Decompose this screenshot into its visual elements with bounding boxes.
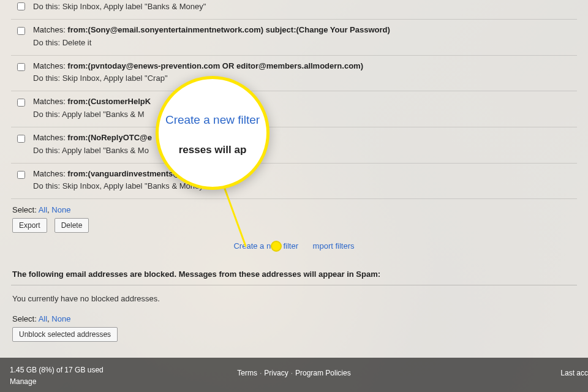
filter-action-text: Do this: Apply label "Banks & M <box>33 109 151 121</box>
filter-checkbox[interactable] <box>17 99 25 107</box>
filter-matches-label: Matches: <box>33 133 67 142</box>
magnifier-subtext: resses will ap <box>179 144 247 156</box>
filter-action-links: Create a new filter mport filters <box>0 241 588 251</box>
select-row: Select: All, None <box>12 205 576 214</box>
select-none-link[interactable]: None <box>51 314 70 323</box>
filter-checkbox[interactable] <box>17 63 25 71</box>
filter-criteria: from:(Sony@email.sonyentertainmentnetwor… <box>67 25 390 34</box>
filter-checkbox[interactable] <box>17 2 25 10</box>
filter-checkbox[interactable] <box>17 135 25 143</box>
last-activity: Last acc <box>560 369 588 377</box>
blocked-button-row: Unblock selected addresses <box>12 327 576 342</box>
select-all-link[interactable]: All <box>39 205 47 214</box>
filter-matches-label: Matches: <box>33 97 67 106</box>
magnifier-callout: Create a new filter resses will ap <box>156 76 270 190</box>
filter-checkbox[interactable] <box>17 27 25 35</box>
filter-row: Matches: from:(pvntoday@enews-prevention… <box>11 56 577 92</box>
filter-action-text: Do this: Skip Inbox, Apply label "Banks … <box>33 1 206 13</box>
filter-row: Matches: from:(vanguardinvestments@vangu… <box>11 164 577 200</box>
select-all-link[interactable]: All <box>39 314 47 323</box>
magnifier-create-filter: Create a new filter <box>165 113 260 127</box>
import-filters-link[interactable]: mport filters <box>313 241 355 251</box>
export-button[interactable]: Export <box>12 218 47 233</box>
filter-row: Matches: from:(CustomerHelpK Do this: Ap… <box>11 91 577 127</box>
policies-link[interactable]: Program Policies <box>295 369 351 377</box>
callout-dot <box>271 241 282 252</box>
select-label: Select: <box>12 314 37 323</box>
filter-criteria: from:(CustomerHelpK <box>67 97 151 106</box>
filter-row: Matches: from:(NoReplyOTC@e Do this: App… <box>11 127 577 164</box>
delete-button[interactable]: Delete <box>55 218 89 233</box>
filter-matches-label: Matches: <box>33 25 67 34</box>
filter-action-text: Do this: Delete it <box>33 37 390 49</box>
terms-link[interactable]: Terms <box>237 369 257 377</box>
settings-filters-panel: Do this: Skip Inbox, Apply label "Banks … <box>0 0 588 358</box>
filter-button-row: Export Delete <box>12 218 576 233</box>
filter-matches-label: Matches: <box>33 61 67 70</box>
footer-dot: · <box>257 369 264 377</box>
blocked-select-row: Select: All, None <box>12 314 576 323</box>
filter-matches-label: Matches: <box>33 169 67 178</box>
unblock-button[interactable]: Unblock selected addresses <box>12 327 118 342</box>
filter-criteria: from:(NoReplyOTC@e <box>67 133 152 142</box>
select-none-link[interactable]: None <box>51 205 70 214</box>
privacy-link[interactable]: Privacy <box>264 369 288 377</box>
filter-checkbox[interactable] <box>17 171 25 179</box>
footer: 1.45 GB (8%) of 17 GB used Manage Terms·… <box>0 358 588 392</box>
select-label: Select: <box>12 205 37 214</box>
no-blocked-text: You currently have no blocked addresses. <box>11 285 577 308</box>
filter-row: Matches: from:(Sony@email.sonyentertainm… <box>11 20 577 56</box>
filter-row: Do this: Skip Inbox, Apply label "Banks … <box>11 0 577 20</box>
blocked-heading: The following email addresses are blocke… <box>11 265 577 285</box>
filter-criteria: from:(pvntoday@enews-prevention.com OR e… <box>67 61 363 70</box>
footer-dot: · <box>288 369 295 377</box>
filter-action-text: Do this: Apply label "Banks & Mo <box>33 145 152 157</box>
manage-storage-link[interactable]: Manage <box>10 377 36 386</box>
